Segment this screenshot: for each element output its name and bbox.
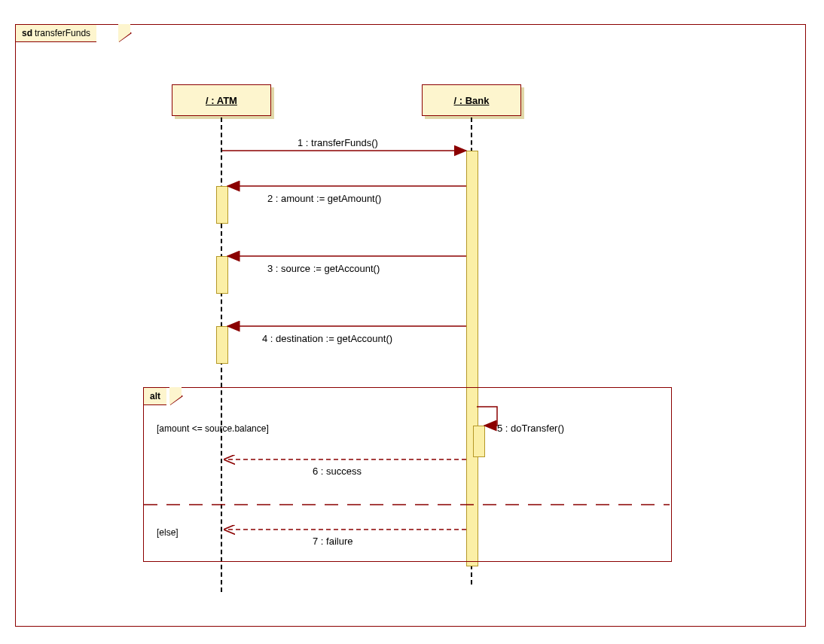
- diagram-canvas: sd transferFunds / : ATM / : Bank alt [a…: [0, 0, 824, 644]
- msg-3-label: 3 : source := getAccount(): [267, 263, 380, 274]
- alt-frame: [143, 387, 672, 562]
- sd-prefix: sd: [22, 28, 32, 38]
- participant-bank-label: / : Bank: [454, 95, 490, 106]
- participant-atm-label: / : ATM: [206, 95, 237, 106]
- msg-5-label: 5 : doTransfer(): [497, 423, 564, 434]
- activation-atm-m3: [216, 256, 228, 294]
- msg-1-label: 1 : transferFunds(): [298, 137, 378, 148]
- msg-2-label: 2 : amount := getAmount(): [267, 193, 381, 204]
- guard-if: [amount <= source.balance]: [157, 423, 269, 434]
- sd-frame-label-corner: [118, 24, 130, 42]
- msg-6-label: 6 : success: [313, 465, 362, 477]
- msg-7-label: 7 : failure: [313, 536, 352, 547]
- sd-name: transferFunds: [35, 28, 90, 38]
- alt-label-text: alt: [150, 391, 160, 401]
- participant-atm: / : ATM: [172, 84, 271, 116]
- sd-frame-label: sd transferFunds: [15, 24, 96, 42]
- alt-frame-label: alt: [143, 387, 166, 405]
- activation-atm-m2: [216, 186, 228, 224]
- alt-frame-label-corner: [169, 387, 182, 405]
- msg-4-label: 4 : destination := getAccount(): [262, 333, 392, 344]
- participant-bank: / : Bank: [422, 84, 521, 116]
- guard-else: [else]: [157, 527, 179, 538]
- activation-atm-m4: [216, 326, 228, 364]
